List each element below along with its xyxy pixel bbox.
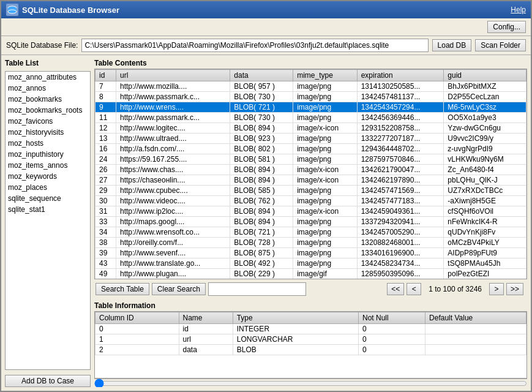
cell-guid: Yzw-dwGCn6gu <box>444 123 526 134</box>
cell-id: 7 <box>96 81 116 92</box>
info-cell-name: url <box>179 334 233 345</box>
cell-expiration: 1342456369446... <box>357 113 444 123</box>
column-header-id: id <box>96 70 116 81</box>
table-row[interactable]: 24https://59.167.255....BLOB( 581 )image… <box>96 154 526 165</box>
cell-guid: polPezGtEZI <box>444 269 526 279</box>
table-row[interactable]: 34http://www.wrensoft.co...BLOB( 721 )im… <box>96 227 526 238</box>
help-link[interactable]: Help <box>511 6 526 14</box>
table-row[interactable]: 26https://www.chas....BLOB( 894 )image/x… <box>96 165 526 175</box>
hscroll-input[interactable] <box>94 380 527 387</box>
cell-data: BLOB( 802 ) <box>230 144 293 154</box>
cell-guid: UZ7xRXDcTBCc <box>444 186 526 196</box>
last-page-button[interactable]: >> <box>506 283 523 295</box>
search-input[interactable] <box>208 282 306 296</box>
titlebar: SQLite Database Browser Help <box>1 1 531 18</box>
cell-url: http://www.videoc.... <box>116 196 230 206</box>
add-db-button[interactable]: Add DB to Case <box>5 375 91 387</box>
db-file-input[interactable] <box>81 39 428 52</box>
data-grid[interactable]: idurldatamime_typeexpirationguid7http://… <box>95 69 526 279</box>
cell-url: http://www.wrensoft.co... <box>116 227 230 238</box>
table-list-item[interactable]: moz_items_annos <box>6 160 90 171</box>
cell-url: https://www.chas.... <box>116 165 230 175</box>
column-header-mime_type: mime_type <box>293 70 358 81</box>
load-db-button[interactable]: Load DB <box>432 39 472 51</box>
info-row: 2dataBLOB0 <box>96 345 526 355</box>
cell-id: 11 <box>96 113 116 123</box>
table-list-item[interactable]: moz_favicons <box>6 116 90 127</box>
next-page-button[interactable]: > <box>489 283 504 295</box>
table-row[interactable]: 9http://www.wrens....BLOB( 721 )image/pn… <box>96 102 526 113</box>
table-row[interactable]: 11http://www.passmark.c...BLOB( 730 )ima… <box>96 113 526 123</box>
table-list-item[interactable]: moz_annos <box>6 83 90 94</box>
table-info-section: Table Information Column IDNameTypeNot N… <box>94 301 527 387</box>
titlebar-left: SQLite Database Browser <box>6 4 119 16</box>
clear-search-button[interactable]: Clear Search <box>152 283 206 295</box>
table-list-item[interactable]: moz_bookmarks <box>6 94 90 105</box>
cell-data: BLOB( 894 ) <box>230 175 293 186</box>
table-list-item[interactable]: moz_bookmarks_roots <box>6 105 90 116</box>
cell-guid: OO5Xo1a9ye3 <box>444 113 526 123</box>
main-content: Table List moz_anno_attributesmoz_annosm… <box>1 55 531 391</box>
cell-url: http://www.mozilla.... <box>116 81 230 92</box>
table-row[interactable]: 13http://www.ultraed....BLOB( 923 )image… <box>96 134 526 144</box>
first-page-button[interactable]: << <box>387 283 404 295</box>
cell-id: 27 <box>96 175 116 186</box>
cell-url: https://59.167.255.... <box>116 154 230 165</box>
table-row[interactable]: 43http://www.translate.go...BLOB( 492 )i… <box>96 258 526 269</box>
table-row[interactable]: 16http://a.fsdn.com/....BLOB( 802 )image… <box>96 144 526 154</box>
table-row[interactable]: 33http://maps.googl....BLOB( 894 )image/… <box>96 217 526 227</box>
cell-mime_type: image/gif <box>293 269 358 279</box>
cell-data: BLOB( 229 ) <box>230 269 293 279</box>
cell-url: http://www.ip2loc.... <box>116 206 230 217</box>
horizontal-scrollbar[interactable] <box>94 379 527 387</box>
cell-mime_type: image/x-icon <box>293 123 358 134</box>
table-row[interactable]: 31http://www.ip2loc....BLOB( 894 )image/… <box>96 206 526 217</box>
cell-mime_type: image/png <box>293 238 358 248</box>
table-row[interactable]: 27https://chaseонlin....BLOB( 894 )image… <box>96 175 526 186</box>
cell-expiration: 1293152208758... <box>357 123 444 134</box>
table-row[interactable]: 30http://www.videoc....BLOB( 762 )image/… <box>96 196 526 206</box>
table-list-item[interactable]: moz_anno_attributes <box>6 72 90 83</box>
table-list-item[interactable]: moz_places <box>6 182 90 193</box>
cell-guid: qUDvYnKji8Fv <box>444 227 526 238</box>
table-row[interactable]: 8http://www.passmark.c...BLOB( 730 )imag… <box>96 92 526 102</box>
cell-url: http://www.translate.go... <box>116 258 230 269</box>
cell-guid: oMCzBV4PkiLY <box>444 238 526 248</box>
cell-id: 9 <box>96 102 116 113</box>
table-list-item[interactable]: moz_historyvisits <box>6 127 90 138</box>
table-list-item[interactable]: moz_hosts <box>6 138 90 149</box>
info-cell-default <box>425 334 526 345</box>
table-list-item[interactable]: moz_inputhistory <box>6 149 90 160</box>
table-row[interactable]: 7http://www.mozilla....BLOB( 957 )image/… <box>96 81 526 92</box>
cell-guid: cfSQHf6oVOil <box>444 206 526 217</box>
cell-id: 30 <box>96 196 116 206</box>
info-cell-name: data <box>179 345 233 355</box>
cell-data: BLOB( 585 ) <box>230 186 293 196</box>
table-row[interactable]: 38http://oreilly.com/f...BLOB( 728 )imag… <box>96 238 526 248</box>
table-list[interactable]: moz_anno_attributesmoz_annosmoz_bookmark… <box>5 71 91 370</box>
cell-guid: AIDpP89pFUt9 <box>444 248 526 258</box>
table-row[interactable]: 39http://www.sevenf....BLOB( 875 )image/… <box>96 248 526 258</box>
scan-folder-button[interactable]: Scan Folder <box>475 39 526 51</box>
config-button[interactable]: Config... <box>487 21 526 33</box>
cell-id: 39 <box>96 248 116 258</box>
column-header-expiration: expiration <box>357 70 444 81</box>
cell-data: BLOB( 762 ) <box>230 196 293 206</box>
table-list-item[interactable]: sqlite_sequence <box>6 193 90 204</box>
table-list-item[interactable]: sqlite_stat1 <box>6 204 90 215</box>
cell-guid: nFeWnkcIK4-R <box>444 217 526 227</box>
cell-mime_type: image/png <box>293 186 358 196</box>
cell-mime_type: image/x-icon <box>293 165 358 175</box>
cell-expiration: 1287597570846... <box>357 154 444 165</box>
table-row[interactable]: 49http://www.plugan....BLOB( 229 )image/… <box>96 269 526 279</box>
cell-mime_type: image/png <box>293 154 358 165</box>
table-list-item[interactable]: moz_keywords <box>6 171 90 182</box>
table-row[interactable]: 12http://www.logitec....BLOB( 894 )image… <box>96 123 526 134</box>
search-table-button[interactable]: Search Table <box>96 283 149 295</box>
info-grid[interactable]: Column IDNameTypeNot NullDefault Value0i… <box>95 312 526 378</box>
page-info: 1 to 100 of 3246 <box>424 285 487 293</box>
cell-data: BLOB( 875 ) <box>230 248 293 258</box>
cell-expiration: 1342458234734... <box>357 258 444 269</box>
table-row[interactable]: 29http://www.cpubec....BLOB( 585 )image/… <box>96 186 526 196</box>
prev-page-button[interactable]: < <box>406 283 421 295</box>
